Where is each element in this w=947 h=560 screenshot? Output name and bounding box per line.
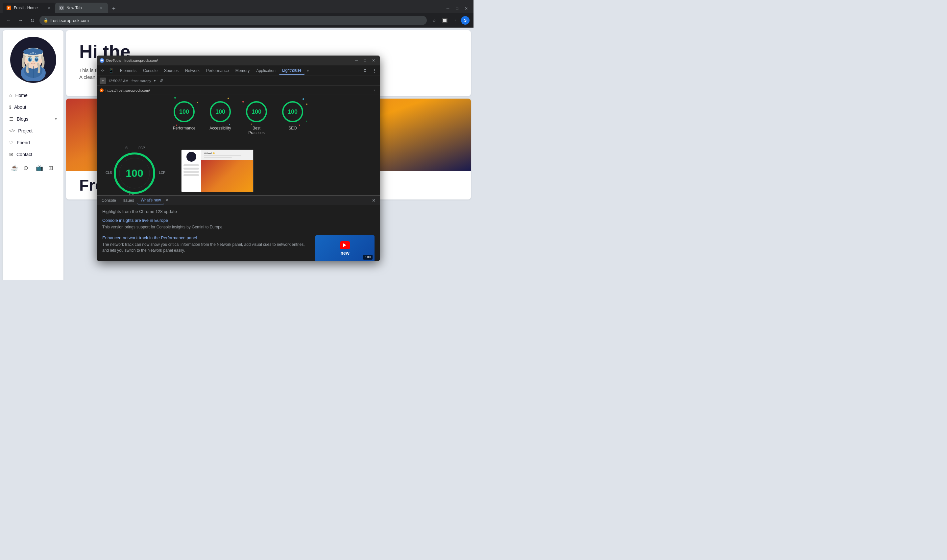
newtab-favicon: ⬡ bbox=[59, 6, 64, 10]
tab-console[interactable]: Console bbox=[140, 67, 161, 74]
tab-newtab[interactable]: ⬡ New Tab ✕ bbox=[55, 3, 108, 13]
sidebar-item-about[interactable]: ℹ About bbox=[5, 101, 61, 113]
devtools-panel: DevTools - frosti.saroprock.com/ ─ □ ✕ ⊹… bbox=[97, 55, 380, 261]
tab-close-frosti[interactable]: ✕ bbox=[46, 5, 51, 11]
sidebar-item-friend[interactable]: ♡ Friend bbox=[5, 137, 61, 149]
sidebar-item-home[interactable]: ⌂ Home bbox=[5, 89, 61, 101]
preview-nav-3 bbox=[183, 171, 199, 173]
preview-avatar bbox=[186, 152, 196, 162]
new-tab-button[interactable]: + bbox=[109, 4, 119, 13]
preview-image-area bbox=[201, 160, 253, 192]
timestamp-chevron: ▼ bbox=[153, 79, 157, 83]
preview-main: Hi there! 👋 bbox=[201, 150, 253, 192]
tab-frosti-label: Frosti - Home bbox=[14, 6, 43, 10]
bottom-panel-close[interactable]: ✕ bbox=[369, 197, 379, 205]
github-icon[interactable]: ⊙ bbox=[23, 164, 31, 172]
preview-nav-2 bbox=[183, 168, 199, 169]
maximize-button[interactable]: □ bbox=[453, 5, 462, 12]
tab-application[interactable]: Application bbox=[253, 67, 279, 74]
inspect-element-icon[interactable]: ⊹ bbox=[98, 66, 107, 75]
devtools-win-controls: ─ □ ✕ bbox=[353, 57, 377, 64]
avatar-image bbox=[12, 38, 55, 81]
extensions-button[interactable]: 🔲 bbox=[440, 16, 449, 25]
sidebar-navigation: ⌂ Home ℹ About ☰ Blogs ▾ </> Project ♡ bbox=[3, 89, 63, 160]
svg-point-14 bbox=[32, 52, 34, 54]
tab-performance[interactable]: Performance bbox=[203, 67, 232, 74]
browser-window: F Frosti - Home ✕ ⬡ New Tab ✕ + ─ □ ✕ ← … bbox=[0, 0, 473, 280]
page-more-options[interactable]: ⋮ bbox=[373, 88, 377, 93]
reload-button[interactable]: ↻ bbox=[28, 16, 37, 25]
news-link-2[interactable]: Enhanced network track in the Performanc… bbox=[102, 235, 311, 240]
chrome-version-badge: 100 bbox=[363, 255, 373, 260]
minimize-button[interactable]: ─ bbox=[443, 5, 453, 12]
devtools-titlebar: DevTools - frosti.saroprock.com/ ─ □ ✕ bbox=[97, 55, 380, 65]
devtools-maximize[interactable]: □ bbox=[361, 57, 369, 64]
sidebar-item-blogs[interactable]: ☰ Blogs ▾ bbox=[5, 113, 61, 125]
news-link-1[interactable]: Console insights are live in Europe bbox=[102, 218, 374, 223]
devtools-close[interactable]: ✕ bbox=[370, 57, 377, 64]
profile-button[interactable]: S bbox=[461, 16, 470, 25]
devtools-page-bar: F https://frosti.saroprock.com/ ⋮ bbox=[97, 86, 380, 95]
browser-titlebar: F Frosti - Home ✕ ⬡ New Tab ✕ + ─ □ ✕ bbox=[0, 0, 473, 13]
preview-hero: Hi there! 👋 bbox=[201, 150, 253, 160]
tab-sources[interactable]: Sources bbox=[161, 67, 182, 74]
sidebar-footer: ☕ ⊙ 📺 ⊞ bbox=[11, 160, 55, 172]
more-options-icon[interactable]: ⋮ bbox=[370, 66, 379, 75]
about-icon: ℹ bbox=[9, 105, 11, 110]
best-practices-circle: 100 bbox=[245, 100, 268, 123]
lighthouse-results: 100 Performance bbox=[97, 95, 380, 261]
coffee-icon[interactable]: ☕ bbox=[11, 164, 18, 172]
preview-area: Hi there! 👋 bbox=[181, 149, 254, 192]
svg-point-15 bbox=[30, 53, 32, 54]
lighthouse-add-button[interactable]: + bbox=[100, 78, 106, 84]
address-bar[interactable]: 🔒 frosti.saroprock.com bbox=[40, 16, 427, 25]
lighthouse-timestamp: 12:50:22 AM · frosti.saropy bbox=[108, 79, 151, 83]
best-practices-score: 100 bbox=[251, 108, 262, 115]
lighthouse-scroll-area[interactable]: 100 Performance bbox=[97, 95, 380, 195]
device-toolbar-icon[interactable]: 📱 bbox=[107, 66, 115, 75]
inspect-icons: ⊹ 📱 bbox=[98, 66, 115, 75]
bilibili-icon[interactable]: 📺 bbox=[36, 164, 43, 172]
score-accessibility: 100 Accessibility bbox=[209, 100, 232, 135]
bottom-tab-console[interactable]: Console bbox=[98, 197, 119, 204]
devtools-minimize[interactable]: ─ bbox=[353, 57, 360, 64]
tab-elements[interactable]: Elements bbox=[117, 67, 140, 74]
settings-icon[interactable]: ⚙ bbox=[361, 66, 369, 75]
forward-button[interactable]: → bbox=[16, 16, 25, 25]
contact-label: Contact bbox=[17, 152, 32, 157]
lcp-label: LCP bbox=[159, 171, 165, 174]
sidebar-item-contact[interactable]: ✉ Contact bbox=[5, 149, 61, 160]
bookmark-button[interactable]: ☆ bbox=[430, 16, 439, 25]
news-desc-2: The network track can now show you criti… bbox=[102, 242, 311, 253]
accessibility-circle: 100 bbox=[209, 100, 232, 123]
blogs-label: Blogs bbox=[17, 116, 28, 122]
svg-point-13 bbox=[36, 58, 37, 60]
svg-point-10 bbox=[29, 58, 31, 61]
svg-point-16 bbox=[35, 53, 36, 54]
close-button[interactable]: ✕ bbox=[462, 5, 471, 12]
accessibility-label: Accessibility bbox=[209, 126, 231, 131]
rss-icon[interactable]: ⊞ bbox=[48, 164, 55, 172]
lock-icon: 🔒 bbox=[43, 18, 48, 23]
preview-nav-1 bbox=[183, 164, 199, 166]
friend-icon: ♡ bbox=[9, 140, 14, 145]
svg-point-19 bbox=[101, 60, 103, 62]
seo-score: 100 bbox=[288, 108, 297, 115]
back-button[interactable]: ← bbox=[4, 16, 13, 25]
tab-network[interactable]: Network bbox=[182, 67, 203, 74]
tab-lighthouse[interactable]: Lighthouse bbox=[279, 67, 305, 75]
tab-frosti[interactable]: F Frosti - Home ✕ bbox=[3, 3, 55, 13]
preview-hero-sub2 bbox=[204, 157, 232, 158]
devtools-bottom-panel: Console Issues What's new ✕ ✕ Highlights… bbox=[97, 195, 380, 261]
sidebar-item-project[interactable]: </> Project bbox=[5, 125, 61, 137]
blogs-icon: ☰ bbox=[9, 116, 14, 122]
bottom-tab-whatsnew[interactable]: What's new bbox=[137, 197, 165, 205]
whatsnew-close[interactable]: ✕ bbox=[164, 198, 169, 203]
tab-memory[interactable]: Memory bbox=[232, 67, 253, 74]
page-url-text: https://frosti.saroprock.com/ bbox=[106, 88, 150, 92]
tab-close-newtab[interactable]: ✕ bbox=[99, 5, 104, 11]
menu-button[interactable]: ⋮ bbox=[451, 16, 460, 25]
tab-more[interactable]: » bbox=[305, 67, 311, 74]
bottom-tab-issues[interactable]: Issues bbox=[119, 197, 137, 204]
lighthouse-refresh[interactable]: ↺ bbox=[159, 78, 165, 84]
